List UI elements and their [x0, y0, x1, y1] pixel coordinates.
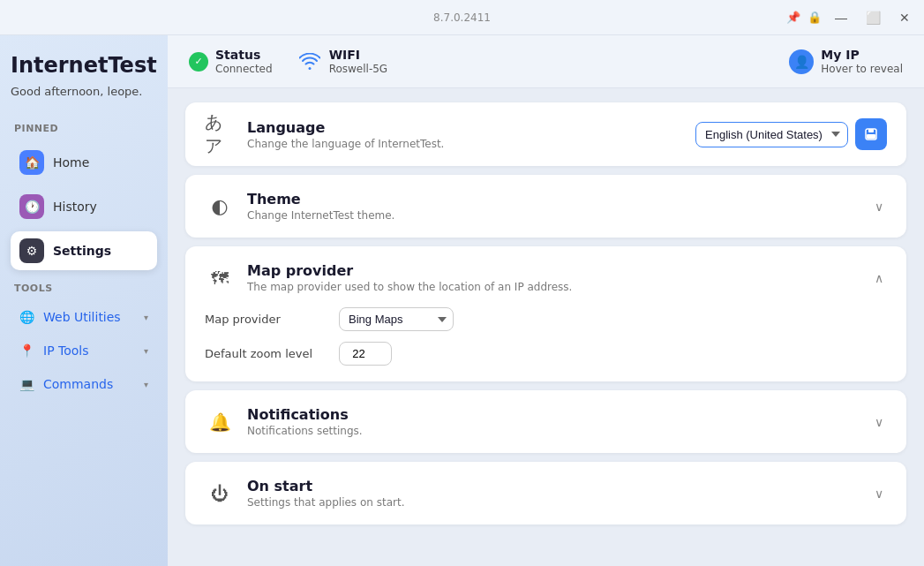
ip-tools-chevron: ▾: [144, 346, 148, 356]
ip-value: Hover to reveal: [821, 63, 903, 75]
history-label: History: [53, 200, 97, 214]
sidebar-item-web-utilities[interactable]: 🌐 Web Utilities ▾: [11, 303, 157, 331]
theme-icon: ◐: [205, 192, 235, 222]
theme-card: ◐ Theme Change InternetTest theme. ∨: [185, 175, 906, 238]
wifi-label: WIFI: [329, 48, 388, 63]
ip-label: My IP: [821, 48, 903, 63]
ip-tools-icon: 📍: [19, 343, 34, 358]
theme-title: Theme: [247, 191, 859, 208]
theme-collapse-button[interactable]: ∨: [871, 196, 887, 217]
zoom-field-label: Default zoom level: [205, 347, 328, 360]
map-provider-select[interactable]: Bing Maps Google Maps OpenStreetMap: [339, 307, 454, 331]
web-utilities-label: Web Utilities: [43, 310, 121, 324]
ip-indicator: 👤 My IP Hover to reveal: [789, 48, 903, 75]
map-provider-icon: 🗺: [205, 263, 235, 293]
status-label: Status: [215, 48, 273, 63]
app-greeting: Good afternoon, leope.: [11, 85, 157, 98]
home-label: Home: [53, 155, 89, 170]
header-bar: Status Connected WIFI Roswell-5G: [168, 35, 924, 88]
zoom-input[interactable]: [339, 342, 392, 366]
on-start-card: ⏻ On start Settings that applies on star…: [185, 462, 906, 524]
on-start-icon: ⏻: [205, 479, 235, 509]
home-icon: 🏠: [19, 150, 44, 175]
map-provider-card: 🗺 Map provider The map provider used to …: [185, 246, 906, 381]
notifications-desc: Notifications settings.: [247, 425, 859, 437]
language-desc: Change the language of InternetTest.: [247, 138, 683, 150]
map-provider-field-label: Map provider: [205, 313, 328, 326]
language-icon: あア: [205, 119, 235, 149]
notifications-card: 🔔 Notifications Notifications settings. …: [185, 390, 906, 453]
svg-rect-1: [868, 129, 874, 132]
commands-label: Commands: [43, 377, 113, 391]
language-card: あア Language Change the language of Inter…: [185, 102, 906, 166]
map-provider-expanded: Map provider Bing Maps Google Maps OpenS…: [205, 307, 887, 366]
ip-avatar: 👤: [789, 49, 814, 74]
map-provider-collapse-button[interactable]: ∧: [871, 268, 887, 289]
map-provider-title: Map provider: [247, 262, 859, 279]
status-indicator: Status Connected: [189, 48, 273, 75]
status-value: Connected: [215, 63, 273, 75]
map-provider-desc: The map provider used to show the locati…: [247, 281, 859, 293]
on-start-desc: Settings that applies on start.: [247, 496, 859, 509]
pinned-label: Pinned: [11, 123, 157, 134]
commands-chevron: ▾: [144, 380, 148, 389]
app-title: InternetTest: [11, 53, 157, 78]
sidebar-item-settings[interactable]: ⚙ Settings: [11, 231, 157, 270]
tools-label: Tools: [11, 283, 157, 294]
theme-desc: Change InternetTest theme.: [247, 209, 859, 222]
notifications-title: Notifications: [247, 406, 859, 423]
lock-icon: 🔒: [808, 11, 822, 24]
pin-icon[interactable]: 📌: [786, 11, 800, 24]
on-start-collapse-button[interactable]: ∨: [871, 483, 887, 504]
close-button[interactable]: ✕: [892, 5, 917, 30]
settings-content: あア Language Change the language of Inter…: [168, 88, 924, 566]
sidebar: InternetTest Good afternoon, leope. Pinn…: [0, 35, 168, 566]
wifi-value: Roswell-5G: [329, 63, 388, 75]
ip-tools-label: IP Tools: [43, 343, 89, 358]
notifications-icon: 🔔: [205, 407, 235, 437]
language-select[interactable]: English (United States) French German Sp…: [695, 122, 848, 147]
commands-icon: 💻: [19, 377, 34, 391]
status-dot: [189, 52, 208, 72]
settings-label: Settings: [53, 244, 111, 258]
web-utilities-icon: 🌐: [19, 310, 34, 324]
maximize-button[interactable]: ⬜: [860, 5, 885, 30]
version-label: 8.7.0.2411: [433, 11, 491, 24]
main-content: Status Connected WIFI Roswell-5G: [168, 35, 924, 566]
titlebar: 8.7.0.2411 📌 🔒 — ⬜ ✕: [0, 0, 924, 35]
svg-rect-2: [867, 134, 875, 139]
language-title: Language: [247, 119, 683, 136]
on-start-title: On start: [247, 478, 859, 494]
wifi-indicator: WIFI Roswell-5G: [297, 48, 388, 75]
wifi-icon: [297, 49, 322, 74]
web-utilities-chevron: ▾: [144, 313, 148, 322]
app-container: InternetTest Good afternoon, leope. Pinn…: [0, 35, 924, 566]
history-icon: 🕐: [19, 194, 44, 219]
minimize-button[interactable]: —: [829, 5, 853, 30]
notifications-collapse-button[interactable]: ∨: [871, 411, 887, 433]
sidebar-item-commands[interactable]: 💻 Commands ▾: [11, 370, 157, 398]
language-save-button[interactable]: [855, 118, 887, 150]
sidebar-item-home[interactable]: 🏠 Home: [11, 143, 157, 182]
settings-icon: ⚙: [19, 238, 44, 263]
sidebar-item-history[interactable]: 🕐 History: [11, 187, 157, 226]
sidebar-item-ip-tools[interactable]: 📍 IP Tools ▾: [11, 336, 157, 365]
